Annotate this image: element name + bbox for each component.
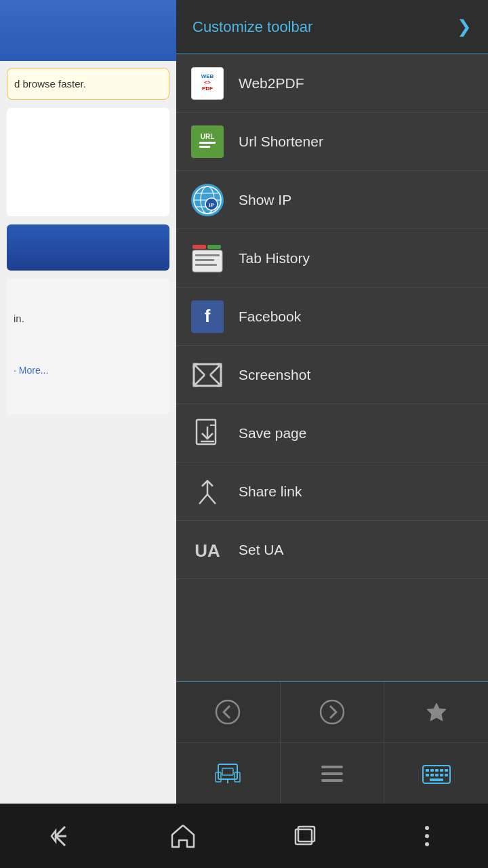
menu-item-url-shortener[interactable]: URL Url Shortener <box>176 113 488 171</box>
screen-button[interactable] <box>176 743 281 804</box>
show-ip-icon: IP <box>190 182 225 218</box>
toolbar-row-2 <box>176 743 488 804</box>
svg-text:IP: IP <box>209 202 214 208</box>
nav-home-button[interactable] <box>161 814 205 858</box>
bottom-toolbar <box>176 681 488 804</box>
share-link-icon <box>190 474 225 509</box>
menu-item-set-ua[interactable]: UA Set UA <box>176 521 488 579</box>
menu-header[interactable]: Customize toolbar ❯ <box>176 0 488 54</box>
svg-rect-46 <box>440 769 443 772</box>
svg-rect-43 <box>426 769 429 772</box>
svg-rect-45 <box>435 769 439 772</box>
facebook-label: Facebook <box>239 309 301 325</box>
back-button[interactable] <box>176 682 281 743</box>
svg-line-22 <box>210 375 221 386</box>
svg-line-21 <box>194 375 205 386</box>
svg-line-28 <box>207 494 216 504</box>
tab-history-label: Tab History <box>239 250 310 267</box>
svg-rect-49 <box>430 774 434 776</box>
browser-top-bar <box>0 0 176 61</box>
keyboard-button[interactable] <box>384 743 488 804</box>
toolbar-row-1 <box>176 682 488 743</box>
svg-rect-15 <box>195 254 220 256</box>
svg-rect-13 <box>207 245 221 249</box>
forward-button[interactable] <box>281 682 385 743</box>
svg-point-59 <box>425 842 429 846</box>
bookmark-button[interactable] <box>384 682 488 743</box>
svg-line-19 <box>194 364 205 375</box>
menu-list-button[interactable] <box>281 743 385 804</box>
screenshot-label: Screenshot <box>239 367 310 383</box>
show-ip-label: Show IP <box>239 192 291 208</box>
svg-text:URL: URL <box>201 133 215 140</box>
save-page-label: Save page <box>239 425 306 441</box>
svg-rect-51 <box>440 774 443 776</box>
web2pdf-icon: WEB <> PDF <box>190 66 225 101</box>
svg-rect-2 <box>199 142 216 144</box>
nav-back-button[interactable] <box>39 814 83 858</box>
browser-blue-button[interactable] <box>7 224 169 271</box>
menu-item-tab-history[interactable]: Tab History <box>176 229 488 288</box>
screenshot-icon <box>190 357 225 393</box>
svg-rect-47 <box>445 769 448 772</box>
browser-white-box <box>7 108 169 216</box>
svg-rect-39 <box>321 766 343 768</box>
nav-bar <box>0 804 488 868</box>
set-ua-icon: UA <box>190 532 225 568</box>
svg-rect-44 <box>430 769 434 772</box>
svg-rect-23 <box>197 420 216 444</box>
svg-rect-16 <box>195 259 214 261</box>
nav-recents-button[interactable] <box>283 814 327 858</box>
svg-rect-48 <box>426 774 429 776</box>
url-shortener-label: Url Shortener <box>239 134 323 150</box>
svg-point-57 <box>425 826 429 830</box>
svg-rect-3 <box>199 146 210 148</box>
menu-panel: Customize toolbar ❯ WEB <> PDF Web2PDF <box>176 0 488 804</box>
svg-rect-50 <box>435 774 439 776</box>
facebook-icon: f <box>190 299 225 334</box>
nav-more-button[interactable] <box>405 814 449 858</box>
browser-more-link[interactable]: · More... <box>14 365 163 376</box>
menu-header-arrow-icon: ❯ <box>457 16 472 37</box>
set-ua-label: Set UA <box>239 542 284 558</box>
svg-point-58 <box>425 834 429 838</box>
customize-toolbar-title: Customize toolbar <box>192 18 312 36</box>
menu-items-list: WEB <> PDF Web2PDF URL Url Shor <box>176 54 488 681</box>
tab-history-icon <box>190 241 225 276</box>
url-shortener-icon: URL <box>190 124 225 159</box>
svg-rect-34 <box>222 768 233 775</box>
browser-panel: d browse faster. in. · More... <box>0 0 176 804</box>
browser-content: d browse faster. in. · More... <box>0 61 176 804</box>
share-link-label: Share link <box>239 484 302 500</box>
svg-marker-32 <box>427 703 446 721</box>
svg-rect-17 <box>195 264 217 266</box>
browser-yellow-box: d browse faster. <box>7 68 169 100</box>
browser-light-area: in. · More... <box>7 279 169 414</box>
menu-item-screenshot[interactable]: Screenshot <box>176 346 488 404</box>
svg-rect-12 <box>192 245 206 249</box>
svg-point-31 <box>321 701 344 724</box>
svg-rect-40 <box>321 772 343 775</box>
menu-item-save-page[interactable]: Save page <box>176 404 488 462</box>
web2pdf-label: Web2PDF <box>239 75 304 92</box>
svg-line-20 <box>210 364 221 375</box>
menu-item-web2pdf[interactable]: WEB <> PDF Web2PDF <box>176 54 488 113</box>
browser-content-text: d browse faster. <box>14 78 86 90</box>
svg-line-27 <box>199 494 207 504</box>
menu-item-share-link[interactable]: Share link <box>176 462 488 521</box>
svg-point-30 <box>216 701 239 724</box>
menu-item-show-ip[interactable]: IP Show IP <box>176 171 488 229</box>
svg-rect-53 <box>430 778 443 781</box>
menu-item-facebook[interactable]: f Facebook <box>176 288 488 346</box>
svg-rect-52 <box>445 774 448 776</box>
svg-text:UA: UA <box>195 540 220 561</box>
svg-rect-41 <box>321 779 343 782</box>
save-page-icon <box>190 416 225 451</box>
